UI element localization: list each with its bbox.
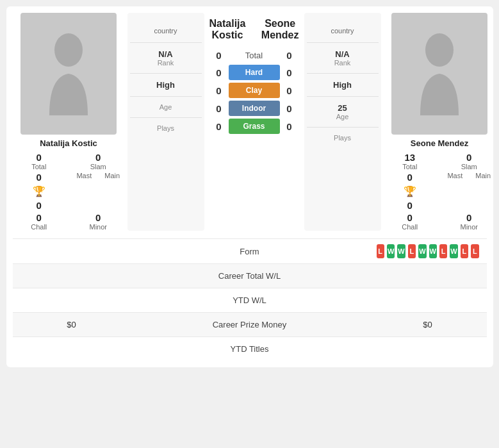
left-mast-stat: 0 🏆 0 bbox=[13, 172, 66, 211]
right-mast-label: Mast bbox=[447, 172, 462, 179]
ytd-titles-label: YTD Titles bbox=[123, 344, 377, 354]
hard-right-score: 0 bbox=[280, 67, 299, 78]
right-slam-stat: 0 Slam bbox=[443, 152, 496, 170]
left-center-col: country N/A Rank High Age Plays bbox=[127, 13, 204, 231]
left-age-label: Age bbox=[130, 103, 202, 111]
form-badges: LWWLWWLWLL bbox=[377, 244, 479, 258]
right-silhouette-icon bbox=[414, 32, 465, 115]
grass-left-score: 0 bbox=[209, 121, 229, 132]
form-badge-l: L bbox=[471, 244, 479, 258]
right-center-age: 25 Age bbox=[307, 97, 379, 128]
hard-surface-btn[interactable]: Hard bbox=[229, 65, 280, 80]
right-mast-value: 0 bbox=[407, 172, 413, 183]
prize-row: $0 Career Prize Money $0 bbox=[13, 312, 487, 336]
left-rank-value: N/A bbox=[130, 49, 202, 59]
indoor-left-score: 0 bbox=[209, 103, 229, 114]
left-player-name: Natalija Kostic bbox=[40, 138, 97, 148]
right-high-value: High bbox=[307, 80, 379, 90]
right-chall-stat: 0 Chall bbox=[384, 212, 437, 231]
right-avatar bbox=[391, 13, 487, 135]
right-minor-label: Minor bbox=[460, 223, 478, 231]
form-badge-w: W bbox=[429, 244, 437, 258]
right-mast-stat: 0 🏆 0 bbox=[384, 172, 437, 211]
right-header-name-line2: Mendez bbox=[261, 29, 299, 41]
right-total-score: 0 bbox=[280, 50, 299, 61]
match-section: Natalija Kostic Seone Mendez 0 Total 0 0… bbox=[207, 13, 302, 231]
left-chall-value: 0 bbox=[37, 212, 42, 223]
form-badges-container: LWWLWWLWLL bbox=[377, 244, 479, 258]
form-label: Form bbox=[123, 247, 377, 256]
right-minor-stat: 0 Minor bbox=[443, 212, 496, 231]
left-main-label: Main bbox=[104, 172, 120, 179]
left-minor-stat: 0 Minor bbox=[72, 212, 125, 231]
left-main-value: 0 bbox=[37, 200, 42, 211]
left-total-score: 0 bbox=[209, 50, 229, 61]
left-avatar bbox=[20, 13, 117, 135]
grass-surface-btn[interactable]: Grass bbox=[229, 119, 280, 134]
right-total-label: Total bbox=[402, 163, 417, 170]
left-slam-stat: 0 Slam bbox=[72, 152, 125, 170]
surface-hard-row: 0 Hard 0 bbox=[209, 65, 299, 80]
right-center-country: country bbox=[307, 18, 379, 43]
left-center-country: country bbox=[130, 18, 202, 43]
right-slam-label: Slam bbox=[461, 163, 477, 170]
right-age-value: 25 bbox=[307, 103, 379, 113]
right-minor-value: 0 bbox=[466, 212, 471, 223]
right-stats-grid: 13 Total 0 Slam 0 🏆 0 Mast bbox=[384, 152, 496, 231]
form-badge-l: L bbox=[408, 244, 416, 258]
svg-point-0 bbox=[54, 33, 83, 67]
left-total-value: 0 bbox=[37, 152, 42, 163]
right-center-col: country N/A Rank High 25 Age Plays bbox=[304, 13, 381, 231]
right-center-rank: N/A Rank bbox=[307, 43, 379, 74]
right-player-name: Seone Mendez bbox=[411, 138, 468, 148]
left-silhouette-icon bbox=[43, 32, 94, 115]
top-section: Natalija Kostic 0 Total 0 Slam 0 🏆 0 bbox=[13, 13, 487, 231]
left-slam-label: Slam bbox=[90, 163, 106, 170]
right-age-label: Age bbox=[307, 113, 379, 120]
indoor-surface-btn[interactable]: Indoor bbox=[229, 101, 280, 116]
left-slam-value: 0 bbox=[95, 152, 101, 163]
right-main-value: 0 bbox=[407, 200, 413, 211]
left-center-age: Age bbox=[130, 97, 202, 118]
right-player-header: Seone Mendez bbox=[261, 18, 299, 41]
total-label: Total bbox=[229, 51, 280, 60]
right-plays-label: Plays bbox=[307, 134, 379, 142]
right-player: Seone Mendez 13 Total 0 Slam 0 🏆 0 bbox=[384, 13, 496, 231]
surface-grass-row: 0 Grass 0 bbox=[209, 119, 299, 134]
left-total-label: Total bbox=[31, 163, 46, 170]
main-card: Natalija Kostic 0 Total 0 Slam 0 🏆 0 bbox=[6, 6, 493, 367]
clay-surface-btn[interactable]: Clay bbox=[229, 83, 280, 98]
svg-point-1 bbox=[425, 33, 454, 67]
form-badge-w: W bbox=[387, 244, 395, 258]
right-prize: $0 bbox=[377, 320, 479, 329]
left-mast-label: Mast bbox=[76, 172, 92, 179]
left-plays-label: Plays bbox=[130, 124, 202, 132]
form-row: Form LWWLWWLWLL bbox=[13, 238, 487, 263]
surface-clay-row: 0 Clay 0 bbox=[209, 83, 299, 98]
left-total-stat: 0 Total bbox=[13, 152, 66, 170]
left-minor-value: 0 bbox=[95, 212, 101, 223]
left-stats-grid: 0 Total 0 Slam 0 🏆 0 Mast bbox=[13, 152, 125, 231]
left-country-flag: country bbox=[154, 27, 177, 35]
form-badge-w: W bbox=[397, 244, 405, 258]
right-center-high: High bbox=[307, 74, 379, 97]
career-total-row: Career Total W/L bbox=[13, 263, 487, 288]
left-header-name-line1: Natalija bbox=[209, 18, 246, 29]
right-total-value: 13 bbox=[404, 152, 415, 163]
left-header-name-line2: Kostic bbox=[209, 29, 246, 41]
form-badge-w: W bbox=[418, 244, 426, 258]
left-chall-stat: 0 Chall bbox=[13, 212, 66, 231]
left-minor-label: Minor bbox=[89, 223, 107, 231]
prize-label: Career Prize Money bbox=[123, 320, 377, 329]
right-slam-value: 0 bbox=[466, 152, 471, 163]
indoor-right-score: 0 bbox=[280, 103, 299, 114]
right-chall-label: Chall bbox=[402, 223, 418, 231]
ytd-wl-row: YTD W/L bbox=[13, 288, 487, 312]
left-trophy-icon: 🏆 bbox=[33, 185, 45, 197]
form-badge-l: L bbox=[439, 244, 447, 258]
left-prize: $0 bbox=[20, 320, 123, 329]
clay-right-score: 0 bbox=[280, 85, 299, 96]
form-badge-w: W bbox=[450, 244, 457, 258]
left-mast-label-row: Mast Main bbox=[72, 172, 125, 211]
left-player: Natalija Kostic 0 Total 0 Slam 0 🏆 0 bbox=[13, 13, 125, 231]
